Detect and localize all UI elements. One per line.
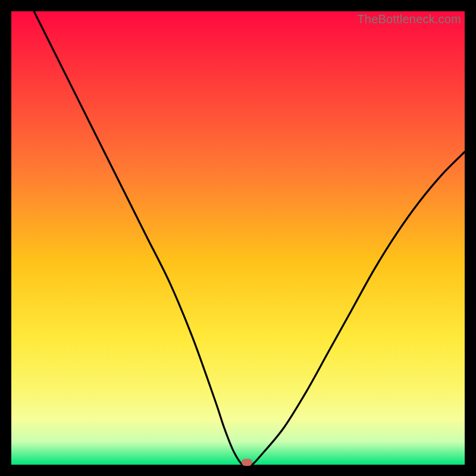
- watermark-text: TheBottleneck.com: [357, 12, 461, 26]
- gradient-background: [11, 11, 465, 465]
- min-marker: [242, 459, 252, 466]
- chart-frame: TheBottleneck.com: [11, 11, 465, 465]
- bottleneck-plot: [11, 11, 465, 465]
